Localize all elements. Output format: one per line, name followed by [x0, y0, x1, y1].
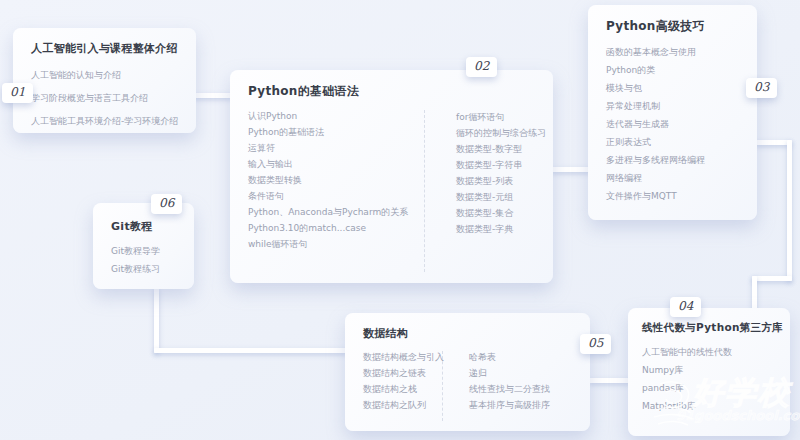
course-item: 数据类型-集合 [456, 205, 546, 221]
course-item: 文件操作与MQTT [606, 187, 741, 205]
course-item: while循环语句 [248, 236, 537, 252]
card-python-basics-title: Python的基础语法 [248, 83, 537, 100]
card-linear-algebra: 线性代数与Python第三方库 人工智能中的线性代数 Numpy库 pandas… [628, 308, 790, 436]
card-data-structures-col2: 哈希表 递归 线性查找与二分查找 基本排序与高级排序 [469, 349, 550, 413]
connector-03-to-04-seg2 [787, 140, 792, 281]
course-item: 数据类型-元组 [456, 189, 546, 205]
badge-01: 01 [2, 83, 33, 103]
card-linear-algebra-items: 人工智能中的线性代数 Numpy库 pandas库 Matplotlib库 [642, 343, 782, 415]
course-item: 人工智能的认知与介绍 [31, 64, 180, 87]
card-intro: 人工智能引入与课程整体介绍 人工智能的认知与介绍 学习阶段概览与语言工具介绍 人… [13, 28, 196, 133]
card-intro-title: 人工智能引入与课程整体介绍 [31, 41, 180, 56]
course-item: 异常处理机制 [606, 97, 741, 115]
card-python-advanced-items: 函数的基本概念与使用 Python的类 模块与包 异常处理机制 迭代器与生成器 … [606, 43, 741, 205]
course-item: 数据类型-列表 [456, 173, 546, 189]
card-python-basics-col2: for循环语句 循环的控制与综合练习 数据类型-数字型 数据类型-字符串 数据类… [456, 109, 546, 237]
course-item: Git教程导学 [111, 242, 178, 260]
card-python-basics: Python的基础语法 认识Python Python的基础语法 运算符 输入与… [230, 70, 553, 283]
connector-03-to-04-seg4 [752, 276, 757, 312]
connector-02-to-03 [551, 167, 591, 172]
column-divider [424, 110, 425, 272]
card-git: Git教程 Git教程导学 Git教程练习 [93, 203, 194, 289]
course-item: 多进程与多线程网络编程 [606, 151, 741, 169]
course-item: 学习阶段概览与语言工具介绍 [31, 87, 180, 110]
connector-01-to-02 [193, 93, 233, 98]
curriculum-roadmap: 人工智能引入与课程整体介绍 人工智能的认知与介绍 学习阶段概览与语言工具介绍 人… [0, 0, 800, 440]
course-item: 迭代器与生成器 [606, 115, 741, 133]
course-item: 数据类型-字符串 [456, 157, 546, 173]
course-item: 网络编程 [606, 169, 741, 187]
course-item: 循环的控制与综合练习 [456, 125, 546, 141]
card-data-structures-title: 数据结构 [363, 326, 574, 341]
course-item: 人工智能工具环境介绍-学习环境介绍 [31, 110, 180, 133]
badge-06: 06 [151, 194, 182, 214]
badge-02: 02 [466, 57, 497, 77]
card-data-structures: 数据结构 数据结构概念与引入 数据结构之链表 数据结构之栈 数据结构之队列 哈希… [345, 313, 590, 431]
course-item: 线性查找与二分查找 [469, 381, 550, 397]
course-item: pandas库 [642, 379, 782, 397]
course-item: 正则表达式 [606, 133, 741, 151]
course-item: 哈希表 [469, 349, 550, 365]
course-item: 函数的基本概念与使用 [606, 43, 741, 61]
card-intro-items: 人工智能的认知与介绍 学习阶段概览与语言工具介绍 人工智能工具环境介绍-学习环境… [31, 64, 180, 133]
card-linear-algebra-title: 线性代数与Python第三方库 [642, 321, 782, 335]
course-item: for循环语句 [456, 109, 546, 125]
course-item: 递归 [469, 365, 550, 381]
course-item: 数据类型-数字型 [456, 141, 546, 157]
course-item: Numpy库 [642, 361, 782, 379]
course-item: 人工智能中的线性代数 [642, 343, 782, 361]
course-item: 数据类型-字典 [456, 221, 546, 237]
card-git-title: Git教程 [111, 219, 178, 234]
course-item: Git教程练习 [111, 260, 178, 278]
connector-03-to-04-seg3 [752, 276, 792, 281]
connector-06-to-05-seg1 [154, 287, 159, 353]
connector-05-to-04 [589, 378, 631, 383]
course-item: Python的类 [606, 61, 741, 79]
card-python-advanced-title: Python高级技巧 [606, 18, 741, 35]
course-item: Matplotlib库 [642, 397, 782, 415]
course-item: 基本排序与高级排序 [469, 397, 550, 413]
course-item: 模块与包 [606, 79, 741, 97]
badge-05: 05 [580, 334, 611, 354]
badge-04: 04 [670, 297, 701, 317]
card-git-items: Git教程导学 Git教程练习 [111, 242, 178, 278]
connector-06-to-05-seg2 [154, 348, 348, 353]
column-divider [442, 351, 443, 421]
badge-03: 03 [746, 78, 777, 98]
card-python-advanced: Python高级技巧 函数的基本概念与使用 Python的类 模块与包 异常处理… [588, 5, 757, 220]
